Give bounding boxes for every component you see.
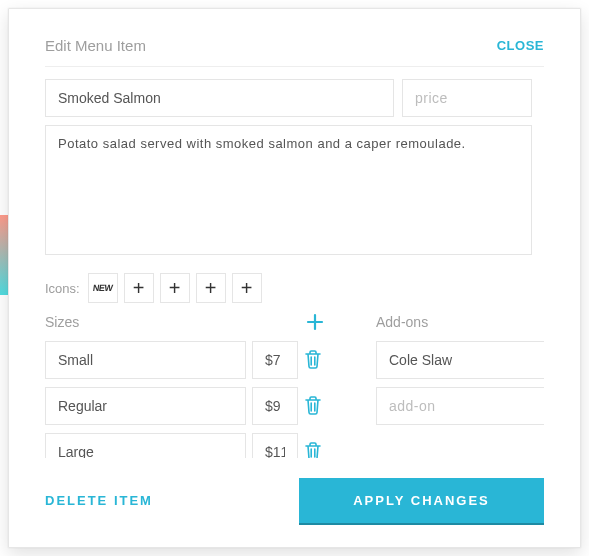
size-price-input[interactable] [252, 387, 298, 425]
addons-label: Add-ons [376, 314, 428, 330]
icons-label: Icons: [45, 281, 80, 296]
modal-body-scroll[interactable]: Icons: NEW++++ Sizes Add-ons [45, 79, 544, 458]
item-name-input[interactable] [45, 79, 394, 117]
delete-size-button[interactable] [304, 441, 326, 458]
item-description-textarea[interactable] [45, 125, 532, 255]
modal-title: Edit Menu Item [45, 37, 146, 54]
plus-icon: + [205, 278, 217, 298]
new-icon: NEW [92, 283, 113, 293]
addon-row [376, 387, 544, 425]
size-name-input[interactable] [45, 387, 246, 425]
addons-column: Add-ons [376, 311, 544, 458]
item-price-input[interactable] [402, 79, 532, 117]
sizes-column: Sizes [45, 311, 326, 458]
addon-name-input[interactable] [376, 387, 544, 425]
delete-size-button[interactable] [304, 395, 326, 417]
size-row [45, 341, 326, 379]
modal-footer: DELETE ITEM APPLY CHANGES [45, 478, 544, 523]
size-price-input[interactable] [252, 433, 298, 458]
modal-header: Edit Menu Item CLOSE [45, 37, 544, 67]
close-button[interactable]: CLOSE [497, 38, 544, 53]
size-name-input[interactable] [45, 433, 246, 458]
icons-row: Icons: NEW++++ [45, 273, 532, 303]
icon-slot-add[interactable]: + [160, 273, 190, 303]
plus-icon [305, 312, 325, 332]
addon-row [376, 341, 544, 379]
trash-icon [304, 441, 322, 458]
size-row [45, 387, 326, 425]
icon-slot-add[interactable]: + [232, 273, 262, 303]
icon-slot-add[interactable]: + [196, 273, 226, 303]
size-row [45, 433, 326, 458]
trash-icon [304, 395, 322, 415]
add-size-button[interactable] [304, 311, 326, 333]
delete-size-button[interactable] [304, 349, 326, 371]
size-price-input[interactable] [252, 341, 298, 379]
icon-slot-add[interactable]: + [124, 273, 154, 303]
plus-icon: + [169, 278, 181, 298]
apply-changes-button[interactable]: APPLY CHANGES [299, 478, 544, 523]
icon-slot-new[interactable]: NEW [88, 273, 118, 303]
delete-item-button[interactable]: DELETE ITEM [45, 481, 153, 520]
addon-name-input[interactable] [376, 341, 544, 379]
plus-icon: + [133, 278, 145, 298]
trash-icon [304, 349, 322, 369]
sizes-label: Sizes [45, 314, 79, 330]
plus-icon: + [241, 278, 253, 298]
edit-menu-item-modal: Edit Menu Item CLOSE Icons: NEW++++ Size… [8, 8, 581, 548]
size-name-input[interactable] [45, 341, 246, 379]
